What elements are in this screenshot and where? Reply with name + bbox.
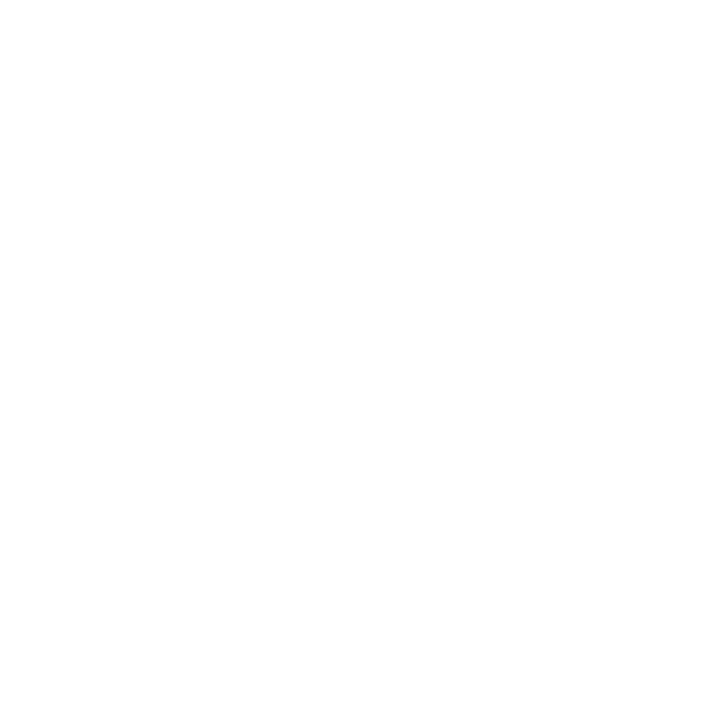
bottleneck-plot [0,0,728,728]
chart-container: { "attribution": "TheBottleneck.com", "c… [0,0,728,728]
